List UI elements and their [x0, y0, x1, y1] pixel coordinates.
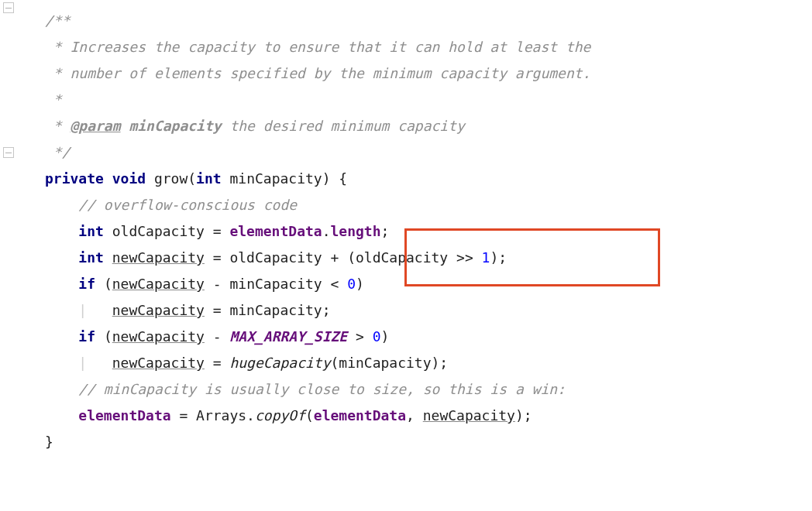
local-var: newCapacity	[112, 249, 205, 266]
doc-comment: * number of elements specified by the mi…	[45, 65, 590, 81]
keyword: private	[45, 170, 104, 187]
doc-comment: /**	[45, 12, 71, 29]
code-line[interactable]: int newCapacity = oldCapacity + (oldCapa…	[0, 245, 812, 271]
number-literal: 0	[347, 276, 356, 292]
field: elementData	[314, 407, 406, 424]
doc-comment: */	[45, 144, 71, 160]
static-method-call: hugeCapacity	[229, 355, 330, 371]
number-literal: 1	[482, 249, 490, 266]
code-line[interactable]: * @param minCapacity the desired minimum…	[0, 113, 812, 139]
identifier: oldCapacity =	[112, 223, 230, 239]
code-line[interactable]: | newCapacity = minCapacity;	[0, 297, 812, 324]
parameter: minCapacity) {	[229, 170, 347, 187]
keyword: if	[78, 328, 95, 345]
code-editor[interactable]: /** * Increases the capacity to ensure t…	[0, 0, 812, 463]
doc-comment: *	[45, 91, 62, 108]
doc-comment: *	[45, 118, 71, 134]
code-line[interactable]: /**	[0, 8, 812, 34]
field: elementData	[229, 223, 322, 239]
javadoc-tag: @param	[71, 118, 121, 134]
keyword: int	[196, 170, 222, 187]
code-line[interactable]: // minCapacity is usually close to size,…	[0, 376, 812, 403]
expression: = oldCapacity + (oldCapacity >>	[205, 249, 482, 266]
code-line[interactable]: | newCapacity = hugeCapacity(minCapacity…	[0, 350, 812, 376]
local-var: newCapacity	[423, 407, 515, 424]
code-line[interactable]: if (newCapacity - minCapacity < 0)	[0, 271, 812, 297]
keyword: int	[78, 249, 104, 266]
code-line[interactable]: int oldCapacity = elementData.length;	[0, 218, 812, 245]
constant-field: MAX_ARRAY_SIZE	[229, 328, 347, 345]
code-line[interactable]: */	[0, 139, 812, 166]
doc-comment: the desired minimum capacity	[222, 118, 465, 134]
javadoc-param-name: minCapacity	[129, 118, 221, 134]
field: elementData	[78, 407, 170, 424]
code-line[interactable]: private void grow(int minCapacity) {	[0, 166, 812, 192]
local-var: newCapacity	[112, 355, 205, 371]
code-line[interactable]: if (newCapacity - MAX_ARRAY_SIZE > 0)	[0, 324, 812, 350]
keyword: void	[112, 170, 146, 187]
local-var: newCapacity	[112, 276, 205, 292]
line-comment: // overflow-conscious code	[78, 197, 297, 213]
expression: - minCapacity <	[205, 276, 347, 292]
code-line[interactable]: elementData = Arrays.copyOf(elementData,…	[0, 403, 812, 429]
local-var: newCapacity	[112, 328, 205, 345]
number-literal: 0	[373, 328, 381, 345]
field: length	[331, 223, 381, 239]
doc-comment: * Increases the capacity to ensure that …	[45, 39, 590, 55]
keyword: if	[78, 276, 95, 292]
code-line[interactable]: // overflow-conscious code	[0, 192, 812, 218]
code-line[interactable]: }	[0, 429, 812, 455]
keyword: int	[78, 223, 104, 239]
local-var: newCapacity	[112, 302, 205, 318]
expression: = minCapacity;	[205, 302, 331, 318]
line-comment: // minCapacity is usually close to size,…	[78, 381, 566, 397]
code-line[interactable]: * Increases the capacity to ensure that …	[0, 34, 812, 60]
code-line[interactable]: * number of elements specified by the mi…	[0, 60, 812, 87]
code-line[interactable]: *	[0, 87, 812, 113]
method-name: grow(	[154, 170, 196, 187]
static-method-call: copyOf	[255, 407, 305, 424]
brace: }	[45, 434, 53, 450]
